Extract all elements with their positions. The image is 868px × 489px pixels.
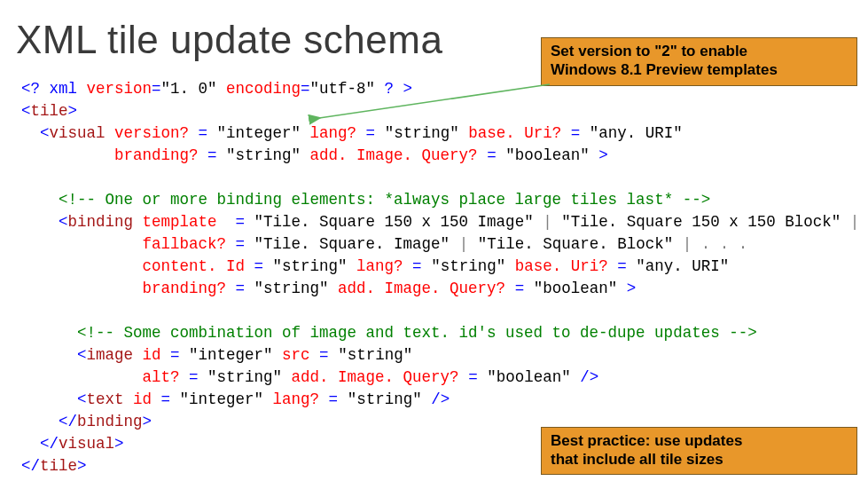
page-title: XML tile update schema (16, 18, 442, 62)
code-block: <? xml version="1. 0" encoding="utf-8" ?… (21, 78, 868, 477)
callout-text: Windows 8.1 Preview templates (551, 61, 778, 78)
callout-text: Set version to "2" to enable (551, 43, 747, 59)
